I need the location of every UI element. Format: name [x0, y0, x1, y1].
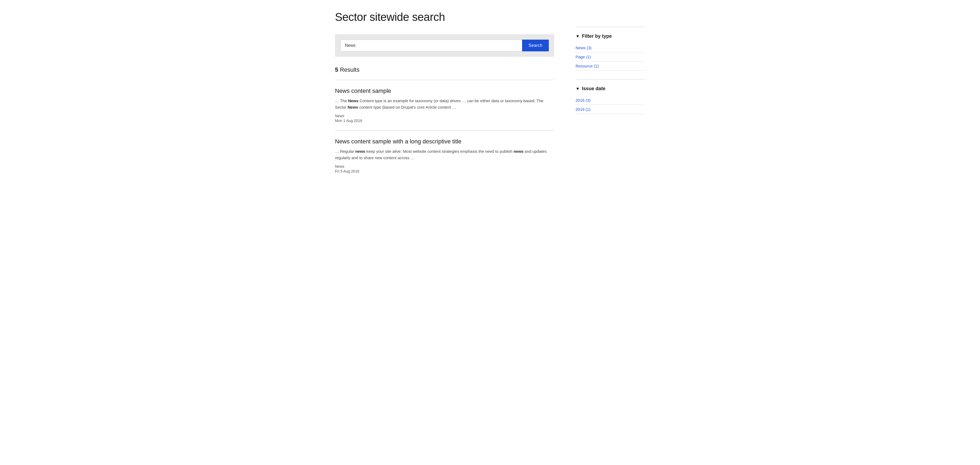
result-item-1: News content sample … The News Content t…	[335, 80, 554, 130]
excerpt-after-1: content type (based on Drupal's core Art…	[358, 105, 456, 109]
excerpt-bold1-2: news	[355, 149, 366, 153]
excerpt-bold1-1: News	[348, 99, 358, 103]
results-count-number: 5	[335, 66, 338, 73]
filter-by-type-section: ▼ Filter by type News (3) Page (1) Resou…	[576, 34, 645, 70]
sidebar: ▼ Filter by type News (3) Page (1) Resou…	[576, 11, 645, 181]
excerpt-middle-2: keep your site alive. Most website conte…	[365, 149, 513, 153]
filter-type-resource[interactable]: Resource (1)	[576, 62, 645, 70]
result-date-1: Mon 1 Aug 2016	[335, 118, 554, 123]
results-count-label: Results	[340, 66, 359, 73]
page-title: Sector sitewide search	[335, 11, 554, 24]
filter-by-type-label: Filter by type	[582, 34, 612, 39]
search-box-container: Search	[335, 34, 554, 57]
filter-icon-date: ▼	[576, 86, 580, 91]
excerpt-before-1: … The	[335, 99, 348, 103]
search-row: Search	[340, 40, 549, 51]
search-button[interactable]: Search	[522, 40, 549, 51]
result-type-1: News	[335, 114, 554, 118]
sidebar-bottom-divider	[576, 79, 645, 80]
result-date-2: Fri 5 Aug 2016	[335, 169, 554, 173]
search-input[interactable]	[340, 40, 522, 51]
filter-issue-date-section: ▼ Issue date 2016 (3) 2019 (1)	[576, 86, 645, 114]
filter-issue-date-label: Issue date	[582, 86, 606, 91]
main-content: Sector sitewide search Search 5 Results …	[335, 11, 554, 181]
result-excerpt-2: … Regular news keep your site alive. Mos…	[335, 148, 554, 161]
filter-date-2019[interactable]: 2019 (1)	[576, 105, 645, 114]
results-count: 5 Results	[335, 66, 554, 73]
result-excerpt-1: … The News Content type is an example fo…	[335, 97, 554, 110]
result-title-1[interactable]: News content sample	[335, 88, 554, 94]
page-wrapper: Sector sitewide search Search 5 Results …	[329, 0, 651, 197]
result-type-2: News	[335, 164, 554, 169]
filter-date-2016[interactable]: 2016 (3)	[576, 96, 645, 105]
result-title-2[interactable]: News content sample with a long descript…	[335, 138, 554, 145]
excerpt-bold2-2: news	[514, 149, 524, 153]
excerpt-bold2-1: News	[348, 105, 358, 109]
result-item-2: News content sample with a long descript…	[335, 130, 554, 181]
excerpt-before-2: … Regular	[335, 149, 355, 153]
filter-issue-date-heading: ▼ Issue date	[576, 86, 645, 91]
sidebar-top-divider	[576, 27, 645, 27]
filter-icon-type: ▼	[576, 34, 580, 39]
filter-by-type-heading: ▼ Filter by type	[576, 34, 645, 39]
filter-type-news[interactable]: News (3)	[576, 43, 645, 53]
filter-type-page[interactable]: Page (1)	[576, 53, 645, 62]
